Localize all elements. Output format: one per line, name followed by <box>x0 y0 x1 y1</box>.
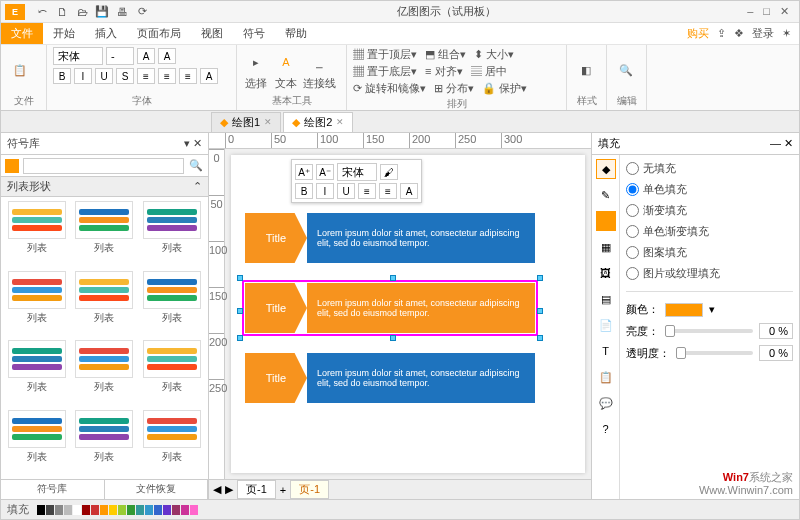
add-page-button[interactable]: + <box>280 484 286 496</box>
search-icon[interactable]: 🔍 <box>188 159 204 172</box>
close-tab-icon[interactable]: ✕ <box>264 117 272 127</box>
fill-option[interactable]: 单色渐变填充 <box>626 224 793 239</box>
panel-menu-icon[interactable]: ▾ ✕ <box>184 137 202 150</box>
fill-option[interactable]: 渐变填充 <box>626 203 793 218</box>
maximize-button[interactable]: □ <box>763 5 770 18</box>
list-shape[interactable]: TitleLorem ipsum dolor sit amet, consect… <box>245 353 535 403</box>
font-up-button[interactable]: A⁺ <box>295 164 313 180</box>
opacity-slider[interactable] <box>676 351 753 355</box>
new-icon[interactable]: 🗋 <box>55 5 69 19</box>
select-tool[interactable]: ▸选择 <box>243 49 269 91</box>
shape-thumbnail[interactable]: 列表 <box>5 410 69 476</box>
bold-button[interactable]: B <box>53 68 71 84</box>
shape-thumbnail[interactable]: 列表 <box>140 201 204 267</box>
float-underline[interactable]: U <box>337 183 355 199</box>
rotate-button[interactable]: ⟳ 旋转和镜像▾ <box>353 81 426 96</box>
file-menu[interactable]: 文件 <box>1 23 43 44</box>
font-family-select[interactable]: 宋体 <box>53 47 103 65</box>
line-tab-icon[interactable]: ✎ <box>596 185 616 205</box>
send-back-button[interactable]: ▦ 置于底层▾ <box>353 64 417 79</box>
menu-layout[interactable]: 页面布局 <box>127 26 191 41</box>
float-color[interactable]: A <box>400 183 418 199</box>
strike-button[interactable]: S <box>116 68 134 84</box>
help-tab-icon[interactable]: ? <box>596 419 616 439</box>
fill-option[interactable]: 图案填充 <box>626 245 793 260</box>
page-tab-icon[interactable]: 📄 <box>596 315 616 335</box>
align-button[interactable]: ≡ <box>179 68 197 84</box>
brightness-value[interactable]: 0 % <box>759 323 793 339</box>
connector-tool[interactable]: ⎯连接线 <box>303 49 336 91</box>
color-tab-icon[interactable] <box>596 211 616 231</box>
font-color-button[interactable]: A <box>200 68 218 84</box>
font-down-button[interactable]: A⁻ <box>316 164 334 180</box>
fill-tab-icon[interactable]: ◆ <box>596 159 616 179</box>
layer-tab-icon[interactable]: ▤ <box>596 289 616 309</box>
fill-option[interactable]: 单色填充 <box>626 182 793 197</box>
comment-tab-icon[interactable]: 💬 <box>596 393 616 413</box>
float-bold[interactable]: B <box>295 183 313 199</box>
protect-button[interactable]: 🔒 保护▾ <box>482 81 527 96</box>
save-icon[interactable]: 💾 <box>95 5 109 19</box>
doc-tab-1[interactable]: ◆绘图1✕ <box>211 112 281 132</box>
footer-tab-recover[interactable]: 文件恢复 <box>105 480 209 499</box>
fill-option[interactable]: 图片或纹理填充 <box>626 266 793 281</box>
brush-icon[interactable]: 🖌 <box>380 164 398 180</box>
buy-link[interactable]: 购买 <box>687 26 709 41</box>
font-shrink-button[interactable]: A <box>158 48 176 64</box>
style-icon[interactable]: ◧ <box>573 57 599 83</box>
shadow-tab-icon[interactable]: ▦ <box>596 237 616 257</box>
shape-thumbnail[interactable]: 列表 <box>5 271 69 337</box>
network-icon[interactable]: ❖ <box>734 27 744 40</box>
shape-thumbnail[interactable]: 列表 <box>140 271 204 337</box>
shape-thumbnail[interactable]: 列表 <box>73 271 137 337</box>
note-tab-icon[interactable]: 📋 <box>596 367 616 387</box>
list-shape[interactable]: TitleLorem ipsum dolor sit amet, consect… <box>245 283 535 333</box>
open-icon[interactable]: 🗁 <box>75 5 89 19</box>
menu-start[interactable]: 开始 <box>43 26 85 41</box>
page-next-button[interactable]: ▶ <box>225 483 233 496</box>
float-align1[interactable]: ≡ <box>358 183 376 199</box>
align-obj-button[interactable]: ≡ 对齐▾ <box>425 64 462 79</box>
shape-thumbnail[interactable]: 列表 <box>5 201 69 267</box>
options-icon[interactable]: ✶ <box>782 27 791 40</box>
page-prev-button[interactable]: ◀ <box>213 483 221 496</box>
drawing-canvas[interactable]: A⁺ A⁻ 宋体 🖌 B I U ≡ ≡ A TitleLorem ipsum … <box>231 155 585 473</box>
minimize-button[interactable]: – <box>747 5 753 18</box>
share-icon[interactable]: ⇪ <box>717 27 726 40</box>
color-swatch[interactable] <box>665 303 703 317</box>
underline-button[interactable]: U <box>95 68 113 84</box>
shape-thumbnail[interactable]: 列表 <box>73 410 137 476</box>
font-size-select[interactable]: - <box>106 47 134 65</box>
text-tab-icon[interactable]: T <box>596 341 616 361</box>
shape-thumbnail[interactable]: 列表 <box>5 340 69 406</box>
text-tool[interactable]: A文本 <box>273 49 299 91</box>
numbering-button[interactable]: ≡ <box>158 68 176 84</box>
shape-thumbnail[interactable]: 列表 <box>73 201 137 267</box>
shape-thumbnail[interactable]: 列表 <box>140 340 204 406</box>
close-tab-icon[interactable]: ✕ <box>336 117 344 127</box>
italic-button[interactable]: I <box>74 68 92 84</box>
close-button[interactable]: ✕ <box>780 5 789 18</box>
font-grow-button[interactable]: A <box>137 48 155 64</box>
page-tab-2[interactable]: 页-1 <box>290 480 329 499</box>
shape-thumbnail[interactable]: 列表 <box>73 340 137 406</box>
category-header[interactable]: 列表形状⌃ <box>1 177 208 197</box>
bullets-button[interactable]: ≡ <box>137 68 155 84</box>
menu-view[interactable]: 视图 <box>191 26 233 41</box>
center-button[interactable]: ▤ 居中 <box>471 64 507 79</box>
float-font-select[interactable]: 宋体 <box>337 163 377 181</box>
brightness-slider[interactable] <box>665 329 753 333</box>
login-link[interactable]: 登录 <box>752 26 774 41</box>
undo-icon[interactable]: ⤺ <box>35 5 49 19</box>
paste-icon[interactable]: 📋 <box>7 57 33 83</box>
doc-tab-2[interactable]: ◆绘图2✕ <box>283 112 353 132</box>
fill-option[interactable]: 无填充 <box>626 161 793 176</box>
menu-insert[interactable]: 插入 <box>85 26 127 41</box>
menu-help[interactable]: 帮助 <box>275 26 317 41</box>
redo-icon[interactable]: ⟳ <box>135 5 149 19</box>
color-palette-strip[interactable] <box>37 505 198 515</box>
distribute-button[interactable]: ⊞ 分布▾ <box>434 81 474 96</box>
footer-tab-library[interactable]: 符号库 <box>1 480 105 499</box>
image-tab-icon[interactable]: 🖼 <box>596 263 616 283</box>
float-italic[interactable]: I <box>316 183 334 199</box>
